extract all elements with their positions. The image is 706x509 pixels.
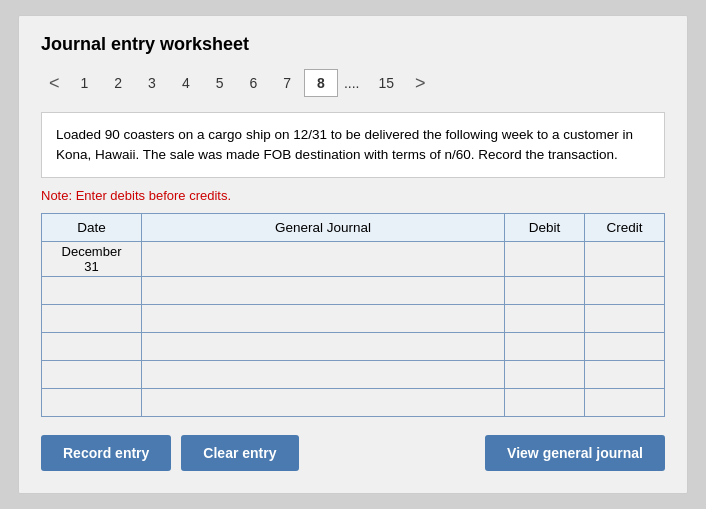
tab-7[interactable]: 7 — [270, 69, 304, 97]
credit-input-5[interactable] — [585, 361, 664, 388]
credit-input-1[interactable] — [585, 242, 664, 276]
debit-cell-6[interactable] — [505, 389, 585, 417]
journal-cell-2[interactable] — [142, 277, 505, 305]
description-box: Loaded 90 coasters on a cargo ship on 12… — [41, 112, 665, 179]
credit-input-6[interactable] — [585, 389, 664, 416]
col-journal: General Journal — [142, 214, 505, 242]
journal-input-6[interactable] — [142, 389, 504, 416]
credit-cell-3[interactable] — [585, 305, 665, 333]
tab-6[interactable]: 6 — [237, 69, 271, 97]
credit-input-4[interactable] — [585, 333, 664, 360]
journal-cell-3[interactable] — [142, 305, 505, 333]
journal-input-3[interactable] — [142, 305, 504, 332]
button-row: Record entry Clear entry View general jo… — [41, 435, 665, 471]
date-cell-3 — [42, 305, 142, 333]
date-cell-2 — [42, 277, 142, 305]
view-general-journal-button[interactable]: View general journal — [485, 435, 665, 471]
tab-5[interactable]: 5 — [203, 69, 237, 97]
table-row: December 31 — [42, 242, 665, 277]
date-cell-6 — [42, 389, 142, 417]
record-entry-button[interactable]: Record entry — [41, 435, 171, 471]
credit-input-2[interactable] — [585, 277, 664, 304]
table-row — [42, 389, 665, 417]
col-debit: Debit — [505, 214, 585, 242]
debit-input-5[interactable] — [505, 361, 584, 388]
journal-input-2[interactable] — [142, 277, 504, 304]
debit-input-4[interactable] — [505, 333, 584, 360]
debit-cell-2[interactable] — [505, 277, 585, 305]
debit-input-3[interactable] — [505, 305, 584, 332]
credit-cell-5[interactable] — [585, 361, 665, 389]
journal-cell-4[interactable] — [142, 333, 505, 361]
page-title: Journal entry worksheet — [41, 34, 665, 55]
col-credit: Credit — [585, 214, 665, 242]
debit-input-6[interactable] — [505, 389, 584, 416]
next-arrow[interactable]: > — [407, 69, 434, 98]
journal-input-4[interactable] — [142, 333, 504, 360]
table-row — [42, 305, 665, 333]
journal-cell-1[interactable] — [142, 242, 505, 277]
note-text: Note: Enter debits before credits. — [41, 188, 665, 203]
tab-8[interactable]: 8 — [304, 69, 338, 97]
table-row — [42, 333, 665, 361]
tab-dots: .... — [338, 70, 366, 96]
date-value-1: December 31 — [62, 244, 122, 274]
credit-cell-4[interactable] — [585, 333, 665, 361]
tab-1[interactable]: 1 — [68, 69, 102, 97]
debit-input-2[interactable] — [505, 277, 584, 304]
debit-cell-5[interactable] — [505, 361, 585, 389]
credit-cell-1[interactable] — [585, 242, 665, 277]
credit-cell-6[interactable] — [585, 389, 665, 417]
table-row — [42, 277, 665, 305]
tab-2[interactable]: 2 — [101, 69, 135, 97]
date-cell-4 — [42, 333, 142, 361]
debit-cell-1[interactable] — [505, 242, 585, 277]
journal-table: Date General Journal Debit Credit Decemb… — [41, 213, 665, 417]
tab-navigation: < 1 2 3 4 5 6 7 8 .... 15 > — [41, 69, 665, 98]
date-cell-5 — [42, 361, 142, 389]
table-row — [42, 361, 665, 389]
credit-cell-2[interactable] — [585, 277, 665, 305]
tab-3[interactable]: 3 — [135, 69, 169, 97]
tab-15[interactable]: 15 — [365, 69, 407, 97]
debit-input-1[interactable] — [505, 242, 584, 276]
prev-arrow[interactable]: < — [41, 69, 68, 98]
journal-entry-worksheet: Journal entry worksheet < 1 2 3 4 5 6 7 … — [18, 15, 688, 495]
journal-input-1[interactable] — [142, 242, 504, 276]
journal-cell-5[interactable] — [142, 361, 505, 389]
clear-entry-button[interactable]: Clear entry — [181, 435, 298, 471]
debit-cell-4[interactable] — [505, 333, 585, 361]
description-text: Loaded 90 coasters on a cargo ship on 12… — [56, 127, 633, 162]
journal-input-5[interactable] — [142, 361, 504, 388]
tab-4[interactable]: 4 — [169, 69, 203, 97]
date-cell-1: December 31 — [42, 242, 142, 277]
debit-cell-3[interactable] — [505, 305, 585, 333]
journal-cell-6[interactable] — [142, 389, 505, 417]
credit-input-3[interactable] — [585, 305, 664, 332]
col-date: Date — [42, 214, 142, 242]
